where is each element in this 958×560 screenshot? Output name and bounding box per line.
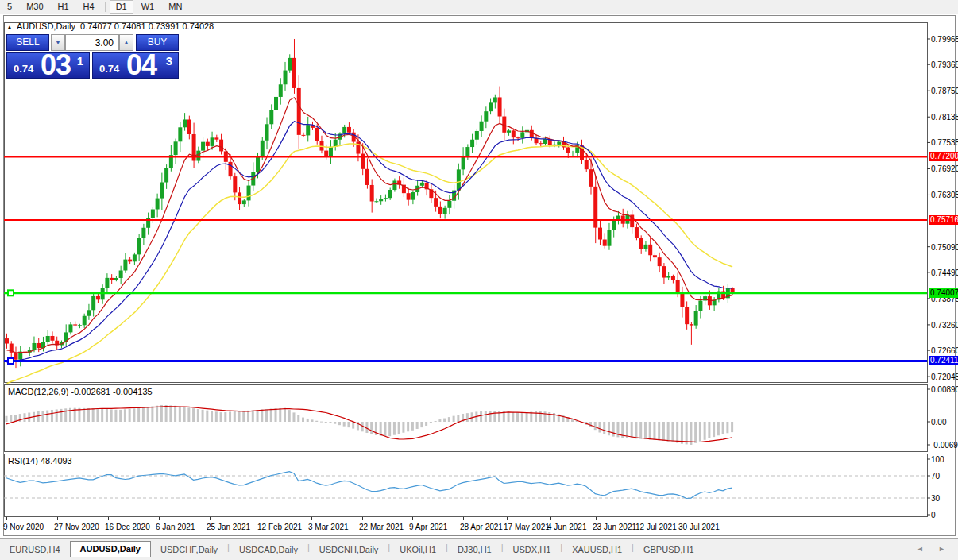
hline-handle[interactable]	[8, 290, 14, 295]
candle-body	[666, 276, 670, 277]
candle-body	[269, 110, 273, 124]
date-tick: 6 Jan 2021	[156, 523, 195, 531]
candle-body	[91, 296, 95, 310]
candle-body	[32, 343, 36, 350]
date-tick: 23 Jun 2021	[593, 523, 636, 531]
macd-hist-bar	[129, 409, 131, 422]
buy-price-small: 0.74	[99, 63, 119, 75]
macd-hist-bar	[347, 422, 350, 427]
macd-hist-bar	[275, 408, 277, 422]
macd-hist-bar	[106, 409, 108, 422]
candle-body	[174, 141, 178, 155]
candle-body	[585, 160, 589, 169]
macd-hist-bar	[453, 416, 455, 422]
tab-EURUSD-H4[interactable]: EURUSD,H4	[0, 543, 70, 558]
candle-body	[434, 198, 438, 207]
candle-body	[233, 176, 237, 192]
tab-GBPUSD-H1[interactable]: GBPUSD,H1	[634, 543, 704, 558]
candle-body	[648, 245, 652, 255]
candle-body	[498, 97, 502, 116]
symbol-header[interactable]: ▲AUDUSD,Daily 0.74077 0.74081 0.73991 0.…	[6, 21, 214, 31]
price-tick-0.73260: 0.73260	[931, 321, 958, 330]
candle-body	[374, 201, 378, 202]
tab-UKOil-H1[interactable]: UKOil,H1	[390, 543, 446, 558]
macd-hist-bar	[311, 419, 313, 422]
chart-canvas[interactable]	[0, 0, 958, 560]
candle-body	[447, 201, 451, 208]
candle-body	[658, 257, 662, 266]
candle-body	[516, 137, 520, 138]
macd-hist-bar	[526, 412, 528, 422]
tab-DJ30-H1[interactable]: DJ30,H1	[448, 543, 501, 558]
macd-hist-bar	[315, 421, 318, 422]
macd-hist-bar	[662, 422, 665, 441]
sell-price-box[interactable]: 0.74 03 1	[6, 52, 90, 79]
macd-hist-bar	[257, 410, 259, 422]
tab-scroll-arrows[interactable]: ◄ ►	[917, 545, 958, 558]
macd-hist-bar	[402, 422, 404, 433]
macd-hist-bar	[512, 412, 514, 422]
sell-price-sup: 1	[77, 54, 83, 68]
date-tick: 9 Apr 2021	[409, 523, 447, 531]
macd-hist-bar	[726, 422, 728, 433]
candle-body	[114, 278, 118, 280]
macd-hist-bar	[242, 411, 245, 422]
ohlc-values: 0.74077 0.74081 0.73991 0.74028	[80, 21, 214, 31]
macd-hist-bar	[60, 409, 62, 422]
macd-hist-bar	[252, 411, 254, 422]
macd-hist-bar	[713, 422, 715, 437]
date-tick: 3 Mar 2021	[308, 523, 349, 531]
price-tick-0.72045: 0.72045	[931, 373, 958, 381]
macd-scale-0.008903: 0.008903	[931, 385, 958, 394]
macd-hist-bar	[658, 422, 660, 440]
macd-hist-bar	[365, 422, 368, 433]
candle-body	[443, 208, 447, 214]
candle-body	[539, 143, 543, 144]
candle-body	[306, 125, 310, 135]
collapse-icon[interactable]: ▲	[6, 24, 13, 31]
candle-body	[151, 210, 155, 218]
macd-hist-bar	[261, 410, 263, 422]
candle-body	[493, 97, 497, 102]
tab-USDCAD-Daily[interactable]: USDCAD,Daily	[230, 543, 307, 558]
candle-body	[420, 183, 424, 186]
tab-USDCHF-Daily[interactable]: USDCHF,Daily	[151, 543, 227, 558]
macd-hist-bar	[603, 422, 605, 434]
candle-body	[83, 316, 87, 326]
candle-body	[292, 58, 296, 88]
macd-hist-bar	[197, 409, 199, 422]
macd-hist-bar	[160, 405, 163, 422]
macd-hist-bar	[686, 422, 688, 444]
tab-USDX-H1[interactable]: USDX,H1	[504, 543, 561, 558]
candle-body	[484, 111, 488, 122]
hline-handle[interactable]	[8, 358, 14, 364]
tab-USDCNH-Daily[interactable]: USDCNH,Daily	[310, 543, 388, 558]
macd-hist-bar	[343, 422, 346, 427]
candle-body	[46, 336, 50, 342]
macd-hist-bar	[430, 422, 432, 423]
tab-AUDUSD-Daily[interactable]: AUDUSD,Daily	[70, 541, 151, 558]
macd-hist-bar	[224, 412, 226, 422]
rsi-scale-30: 30	[931, 494, 940, 503]
candle-body	[256, 157, 260, 172]
candle-body	[14, 353, 17, 360]
price-tick-0.79965: 0.79965	[931, 35, 958, 44]
candle-body	[128, 260, 132, 262]
candle-body	[178, 127, 182, 141]
tab-XAUUSD-H1[interactable]: XAUUSD,H1	[562, 543, 632, 558]
macd-hist-bar	[671, 422, 674, 442]
candle-body	[342, 127, 346, 133]
candle-body	[247, 186, 251, 201]
macd-hist-bar	[443, 419, 446, 422]
price-tick-0.74490: 0.74490	[931, 268, 958, 277]
macd-values: -0.002681 -0.004135	[71, 387, 152, 396]
candle-body	[164, 168, 168, 183]
macd-hist-bar	[631, 422, 633, 438]
buy-price-box[interactable]: 0.74 04 3	[92, 52, 179, 79]
macd-hist-bar	[480, 411, 482, 422]
macd-hist-bar	[320, 422, 323, 423]
volume-input[interactable]	[65, 34, 119, 51]
candle-body	[160, 183, 164, 199]
candle-body	[365, 169, 369, 185]
candle-body	[370, 185, 374, 202]
